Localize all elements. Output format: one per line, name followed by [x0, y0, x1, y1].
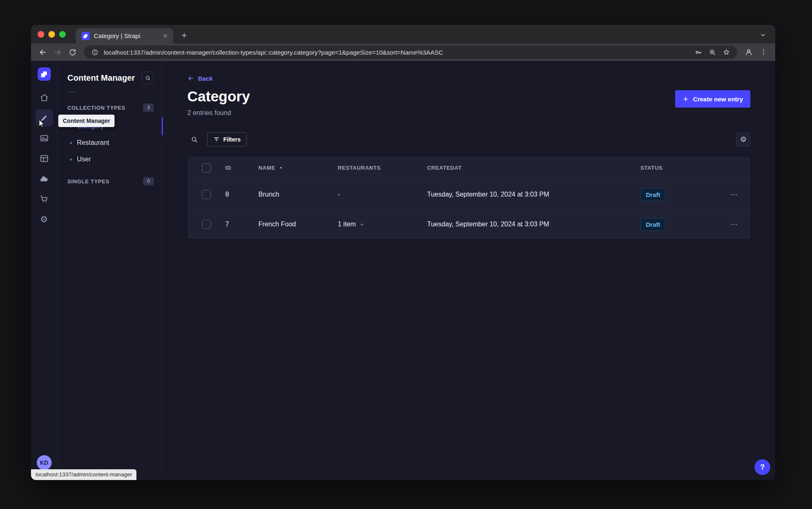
row-checkbox-cell	[187, 190, 225, 199]
window-controls	[38, 31, 66, 38]
back-link[interactable]: Back	[187, 75, 213, 82]
filters-button[interactable]: Filters	[207, 132, 247, 146]
browser-tab-strip: Category | Strapi	[31, 25, 775, 43]
cell-restaurants[interactable]: 1 item	[338, 221, 427, 228]
marketplace-cart-icon[interactable]	[36, 190, 53, 208]
strapi-favicon-icon	[81, 32, 90, 40]
bullet-icon	[70, 158, 72, 161]
row-actions-menu-icon[interactable]	[727, 217, 741, 231]
browser-tab[interactable]: Category | Strapi	[76, 28, 173, 43]
search-icon[interactable]	[187, 132, 201, 146]
active-item-indicator	[162, 117, 163, 135]
row-actions-menu-icon[interactable]	[727, 187, 741, 202]
browser-profile-icon[interactable]	[742, 46, 755, 59]
sidebar-item-user[interactable]: User	[67, 151, 154, 168]
row-checkbox-cell	[187, 220, 225, 229]
zoom-in-icon[interactable]	[707, 47, 717, 57]
window-zoom-button[interactable]	[59, 31, 66, 38]
entries-table: ID NAME RESTAURANTS CREATEDAT	[187, 156, 750, 239]
new-tab-button[interactable]	[177, 29, 191, 42]
browser-forward-icon[interactable]	[51, 46, 64, 59]
home-icon[interactable]	[36, 89, 53, 106]
chevron-down-icon	[359, 222, 365, 227]
browser-back-icon[interactable]	[36, 46, 49, 59]
plus-icon	[683, 96, 689, 102]
url-text[interactable]: localhost:1337/admin/content-manager/col…	[104, 49, 689, 56]
cell-status: Draft	[640, 188, 717, 201]
cell-createdat: Tuesday, September 10, 2024 at 3:03 PM	[427, 221, 640, 228]
table-header-row: ID NAME RESTAURANTS CREATEDAT	[187, 156, 750, 180]
mouse-cursor-icon	[38, 119, 47, 128]
create-new-entry-button[interactable]: Create new entry	[675, 90, 750, 108]
cell-status: Draft	[640, 218, 717, 231]
collection-types-count-badge: 3	[143, 103, 154, 112]
view-settings-gear-icon[interactable]: ⚙	[736, 132, 750, 146]
collection-types-section: COLLECTION TYPES 3	[67, 101, 154, 115]
password-key-icon[interactable]	[693, 47, 703, 57]
cell-name: Brunch	[258, 191, 338, 198]
table-row[interactable]: 7 French Food 1 item Tuesday, September …	[187, 209, 750, 239]
status-badge: Draft	[640, 188, 666, 201]
single-types-label: SINGLE TYPES	[67, 178, 110, 185]
subnav-search-icon[interactable]	[141, 72, 154, 84]
window-minimize-button[interactable]	[48, 31, 55, 38]
deploy-cloud-icon[interactable]	[36, 170, 53, 187]
row-checkbox[interactable]	[202, 220, 211, 229]
user-avatar[interactable]: KD	[37, 455, 52, 470]
tab-title: Category | Strapi	[94, 32, 157, 39]
strapi-logo[interactable]	[38, 67, 51, 81]
sidebar-item-restaurant[interactable]: Restaurant	[67, 134, 154, 151]
address-bar[interactable]: localhost:1337/admin/content-manager/col…	[84, 46, 737, 59]
header-checkbox-cell	[187, 163, 225, 173]
window-close-button[interactable]	[38, 31, 44, 38]
site-info-icon[interactable]	[90, 47, 100, 57]
desktop-background: Category | Strapi	[0, 0, 812, 509]
browser-reload-icon[interactable]	[66, 46, 79, 59]
column-header-status[interactable]: STATUS	[640, 165, 717, 171]
cell-createdat: Tuesday, September 10, 2024 at 3:03 PM	[427, 191, 640, 198]
sidebar-item-label: Restaurant	[77, 139, 109, 146]
cell-id: 7	[225, 221, 258, 228]
cell-id: 8	[225, 191, 258, 198]
content-type-builder-icon[interactable]	[36, 150, 53, 167]
help-button[interactable]: ?	[755, 459, 770, 475]
row-checkbox[interactable]	[202, 190, 211, 199]
cell-actions	[717, 217, 750, 231]
collection-types-label: COLLECTION TYPES	[67, 105, 125, 111]
tab-close-icon[interactable]	[161, 32, 169, 40]
browser-window: Category | Strapi	[31, 25, 775, 480]
settings-gear-icon[interactable]: ⚙	[36, 211, 53, 228]
page-header: Category 2 entries found Create new entr…	[187, 89, 750, 117]
sort-asc-icon	[279, 166, 283, 170]
single-types-count-badge: 0	[143, 177, 154, 185]
select-all-checkbox[interactable]	[202, 163, 211, 173]
subnav-divider	[67, 91, 76, 92]
column-header-name[interactable]: NAME	[258, 165, 338, 171]
entries-count: 2 entries found	[187, 109, 250, 117]
table-row[interactable]: 8 Brunch - Tuesday, September 10, 2024 a…	[187, 180, 750, 209]
bookmark-star-icon[interactable]	[721, 47, 731, 57]
column-header-createdat[interactable]: CREATEDAT	[427, 165, 640, 171]
media-library-icon[interactable]	[36, 130, 53, 147]
browser-menu-icon[interactable]	[757, 46, 770, 59]
table-actions-row: Filters ⚙	[187, 132, 750, 146]
strapi-app: ⚙ KD Content Manager COLLECTION TYPES 3	[31, 61, 775, 480]
browser-toolbar: localhost:1337/admin/content-manager/col…	[31, 43, 775, 61]
column-header-id[interactable]: ID	[225, 165, 258, 171]
subnav-title: Content Manager	[67, 73, 135, 83]
page-title: Category	[187, 89, 250, 105]
sidebar-item-label: User	[77, 156, 91, 163]
filter-icon	[213, 136, 220, 142]
rail-tooltip: Content Manager	[58, 115, 115, 127]
status-badge: Draft	[640, 218, 666, 231]
tab-search-chevron-icon[interactable]	[758, 30, 768, 40]
back-arrow-icon	[187, 75, 194, 82]
cell-name: French Food	[258, 221, 338, 228]
status-bar: localhost:1337/admin/content-manager	[31, 469, 136, 480]
single-types-section: SINGLE TYPES 0	[67, 174, 154, 188]
cell-restaurants: -	[338, 191, 427, 198]
cell-actions	[717, 187, 750, 202]
bullet-icon	[70, 142, 72, 144]
main-content: Back Category 2 entries found Create new…	[162, 61, 775, 480]
column-header-restaurants[interactable]: RESTAURANTS	[338, 165, 427, 171]
